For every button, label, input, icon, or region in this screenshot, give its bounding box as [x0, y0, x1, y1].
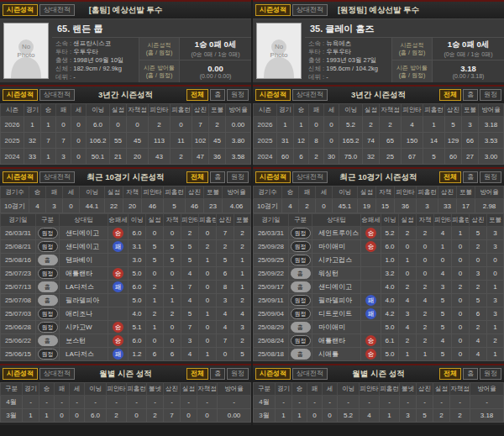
column-header: 패: [55, 383, 70, 396]
opponent-cell: 워싱턴: [312, 267, 361, 281]
game-row-2: 25/08/16 홈 탬파베이 3.0 5 5 5 1 5 1: [1, 254, 251, 267]
walks-cell: 3: [487, 307, 504, 321]
innings-cell: 5.0: [129, 294, 146, 307]
tab-season-record[interactable]: 시즌성적: [255, 171, 291, 183]
filter-all-button[interactable]: 전체: [186, 368, 208, 380]
homeruns-cell: 1: [199, 348, 217, 361]
column-header: 승: [29, 186, 46, 199]
earned-runs-cell: 0: [164, 267, 181, 281]
hits-cell: 3: [181, 334, 199, 348]
filter-home-button[interactable]: 홈: [463, 368, 478, 380]
tab-season-record[interactable]: 시즌성적: [3, 368, 38, 380]
tab-season-record[interactable]: 시즌성적: [3, 171, 38, 183]
earned-runs-cell: 15: [376, 199, 395, 213]
filter-all-button[interactable]: 전체: [439, 368, 461, 380]
month-cell: 3월: [254, 409, 276, 423]
filter-home-button[interactable]: 홈: [210, 89, 225, 101]
filter-away-button[interactable]: 원정: [480, 368, 501, 380]
season-era-value: 3.18: [460, 64, 476, 73]
column-header: 패: [307, 383, 323, 396]
result-badge: 패: [365, 308, 376, 319]
filter-home-button[interactable]: 홈: [463, 171, 478, 183]
player-info-line: 신체 : 195.6cm / 104.2kg: [308, 65, 388, 72]
runs-cell: 4: [399, 321, 417, 334]
filter-away-button[interactable]: 원정: [480, 171, 501, 183]
game-row-6: 25/07/03 원정 애리조나 4.0 2 2 5 1 4 4: [1, 307, 251, 321]
tab-head-to-head[interactable]: 상대전적: [39, 89, 75, 101]
opponent-cell: 필라델피아: [312, 294, 361, 307]
tab-season-record[interactable]: 시즌성적: [3, 4, 38, 16]
filter-home-button[interactable]: 홈: [463, 89, 478, 101]
earned-runs-cell: -: [450, 396, 470, 409]
tab-head-to-head[interactable]: 상대전적: [292, 368, 328, 380]
strikeouts-cell: 4: [217, 321, 234, 334]
earned-runs-cell: 0: [417, 254, 434, 267]
filter-home-button[interactable]: 홈: [210, 368, 225, 380]
tab-head-to-head[interactable]: 상대전적: [292, 171, 328, 183]
filter-away-button[interactable]: 원정: [227, 89, 249, 101]
tab-head-to-head[interactable]: 상대전적: [39, 368, 75, 380]
location-badge: 원정: [291, 335, 311, 346]
label-line1: 시즌성적: [148, 41, 171, 49]
game-date-cell: 25/09/25: [254, 254, 289, 267]
player-photo-placeholder: No Photo: [3, 23, 49, 79]
no-photo-label: No Photo: [266, 43, 291, 60]
result-badge: 승: [113, 228, 123, 239]
column-header: 시즌: [1, 104, 24, 117]
filter-away-button[interactable]: 원정: [227, 171, 249, 183]
location-badge: 홈: [38, 255, 58, 265]
three-year-section: 시즌성적 상대전적 3년간 시즌성적 전체 홈 원정 시즌경기승패세이닝실점자책…: [253, 85, 504, 165]
location-badge: 홈: [38, 335, 58, 346]
location-badge: 원정: [38, 268, 58, 279]
tab-season-record[interactable]: 시즌성적: [255, 368, 291, 380]
column-header: 피홈런: [164, 186, 186, 199]
filter-all-button[interactable]: 전체: [186, 89, 208, 101]
homeruns-cell: 0: [452, 294, 470, 307]
filter-all-button[interactable]: 전체: [186, 171, 208, 183]
tab-season-record[interactable]: 시즌성적: [3, 89, 38, 101]
losses-cell: 0: [55, 409, 70, 423]
result-badge: 패: [113, 241, 123, 252]
games-count-cell: 10경기: [254, 199, 282, 213]
info-value: -: [326, 73, 328, 81]
walks-cell: 2: [487, 334, 504, 348]
tab-head-to-head[interactable]: 상대전적: [39, 4, 75, 16]
homeruns-cell: 0: [452, 267, 470, 281]
tab-head-to-head[interactable]: 상대전적: [292, 4, 328, 16]
tab-head-to-head[interactable]: 상대전적: [39, 171, 75, 183]
tab-season-record[interactable]: 시즌성적: [255, 89, 291, 101]
three-year-table: 시즌경기승패세이닝실점자책점피안타피홈런삼진포볼방어율 2026 1 1 0 0…: [0, 103, 251, 165]
walks-cell: 2: [209, 117, 226, 133]
runs-cell: 0: [146, 227, 164, 240]
column-header: 상대팀: [60, 214, 108, 227]
strikeouts-cell: 33: [438, 199, 457, 213]
result-badge: 승: [113, 335, 123, 346]
home-away-cell: 홈: [289, 348, 312, 361]
filter-away-button[interactable]: 원정: [227, 368, 249, 380]
filter-away-button[interactable]: 원정: [480, 89, 501, 101]
column-header: 시즌: [254, 104, 277, 117]
location-badge: 홈: [291, 322, 311, 333]
wins-cell: 4: [29, 199, 46, 213]
losses-cell: 3: [46, 199, 63, 213]
season-cell: 2026: [1, 117, 24, 133]
season-record-row: 시즌성적 (홈 / 원정) 1승 0패 0세 (0승 0패 / 1승 0패): [392, 38, 504, 60]
column-header: 실점: [358, 186, 376, 199]
filter-all-button[interactable]: 전체: [439, 171, 461, 183]
strikeouts-cell: 7: [217, 334, 234, 348]
homeruns-cell: 1: [199, 307, 217, 321]
filter-all-button[interactable]: 전체: [439, 89, 461, 101]
tab-season-record[interactable]: 시즌성적: [255, 4, 291, 16]
filter-home-button[interactable]: 홈: [210, 171, 225, 183]
season-record-value: 1승 0패 0세: [448, 39, 490, 50]
game-row-4: 25/09/17 홈 샌디에이고 4.0 2 2 3 2 2 1: [254, 281, 504, 294]
result-badge: 패: [113, 281, 123, 292]
player-info-line: 출생 : 1998년 09월 10일: [55, 56, 135, 64]
homeruns-cell: 2: [171, 149, 192, 165]
result-cell: 승: [108, 321, 129, 334]
saves-cell: 0: [63, 199, 80, 213]
tab-head-to-head[interactable]: 상대전적: [292, 89, 328, 101]
earned-runs-cell: 2: [417, 281, 434, 294]
runs-cell: -: [433, 396, 450, 409]
result-cell: [361, 321, 381, 334]
